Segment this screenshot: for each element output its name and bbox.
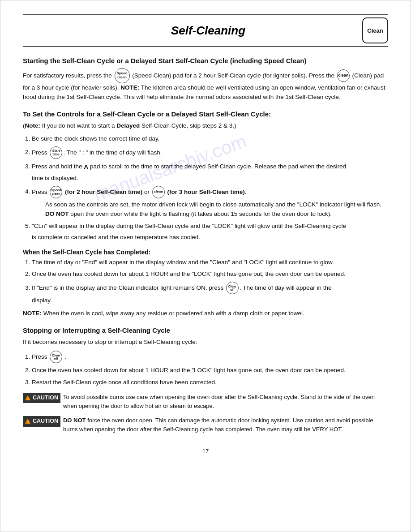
clean-button-icon: clean xyxy=(337,69,350,82)
caution2-text: DO NOT force the oven door open. This ca… xyxy=(63,416,388,434)
clean-button2-icon: clean xyxy=(152,186,165,198)
section1-title: Starting the Self-Clean Cycle or a Delay… xyxy=(23,57,388,64)
section3-title: When the Self-Clean Cycle has Completed: xyxy=(23,249,388,256)
section3-step1: The time of day or "End" will appear in … xyxy=(32,258,388,267)
section4-steps: Press Clearoff . Once the oven has coole… xyxy=(32,351,388,387)
section3-steps: The time of day or "End" will appear in … xyxy=(32,258,388,306)
speed-clean-button-icon: Speedclean xyxy=(115,68,130,83)
section2-step4-sub: As soon as the controls are set, the mot… xyxy=(45,200,388,219)
section2-step2: Press Starttime. The " : " in the time o… xyxy=(32,146,388,159)
section4-step2: Once the oven has cooled down for about … xyxy=(32,366,388,375)
page-number: 17 xyxy=(23,448,388,455)
speed-clean-button2-icon: Speedclean xyxy=(50,186,62,198)
up-arrow-icon: Λ xyxy=(84,162,88,172)
section3-step3: If "End" is in the display and the Clean… xyxy=(32,282,388,305)
section2-title: To Set the Controls for a Self-Clean Cyc… xyxy=(23,110,388,118)
page-title: Self-Cleaning xyxy=(54,24,362,38)
clean-badge: Clean xyxy=(362,17,388,43)
page-header: Self-Cleaning Clean xyxy=(23,14,388,47)
caution2-box: ! CAUTION DO NOT force the oven door ope… xyxy=(23,416,388,434)
caution1-box: ! CAUTION To avoid possible burns use ca… xyxy=(23,393,388,411)
section2-steps: Be sure the clock shows the correct time… xyxy=(32,134,388,242)
section3-note: NOTE: When the oven is cool, wipe away a… xyxy=(23,309,388,318)
section4-step1: Press Clearoff . xyxy=(32,351,388,363)
clear-off-button-icon: Clearoff xyxy=(226,282,239,294)
section2-step5: "CLn" will appear in the display during … xyxy=(32,222,388,242)
section4-step3: Restart the Self-Clean cycle once all co… xyxy=(32,378,388,387)
section2-step3: Press and hold the Λ pad to scroll to th… xyxy=(32,162,388,183)
caution1-label: ! CAUTION xyxy=(23,393,60,403)
section2-step4: Press Speedclean (for 2 hour Self-Clean … xyxy=(32,186,388,219)
caution2-label: ! CAUTION xyxy=(23,416,60,426)
start-time-button-icon: Starttime xyxy=(50,146,62,159)
section1-para: For satisfactory results, press the Spee… xyxy=(23,68,388,102)
section3-step2: Once the oven has cooled down for about … xyxy=(32,270,388,279)
clear-off-button2-icon: Clearoff xyxy=(50,351,62,363)
section2-note: (Note: If you do not want to start a Del… xyxy=(23,121,388,131)
section2-step1: Be sure the clock shows the correct time… xyxy=(32,134,388,144)
caution1-text: To avoid possible burns use care when op… xyxy=(63,393,388,411)
section4-title: Stopping or Interrupting a Self-Cleaning… xyxy=(23,326,388,334)
section4-intro: If it becomes necessary to stop or inter… xyxy=(23,338,388,347)
